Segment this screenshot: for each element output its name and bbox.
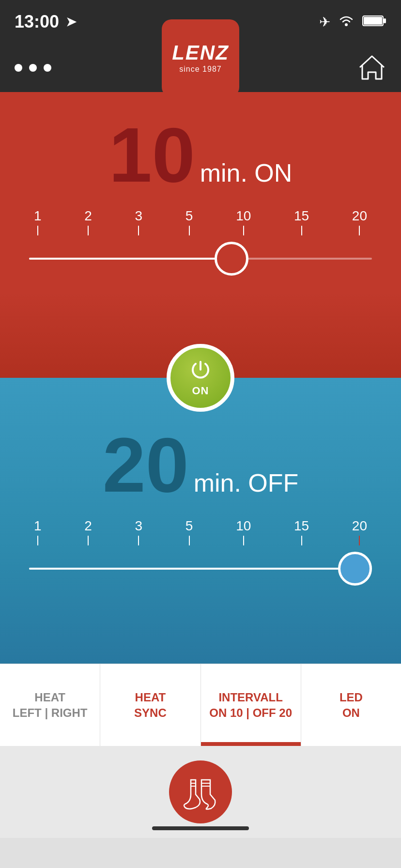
wifi-icon	[338, 14, 355, 31]
tab-intervall-label: INTERVALLON 10 | OFF 20	[209, 690, 292, 720]
socks-button[interactable]	[169, 760, 232, 823]
socks-icon	[181, 773, 220, 811]
mark-off-15: 15	[294, 518, 309, 545]
mark-off-20: 20	[352, 518, 367, 545]
svg-rect-3	[364, 17, 382, 25]
power-icon	[190, 359, 211, 384]
slider-on-thumb[interactable]	[215, 242, 248, 276]
timer-on-display: 10 min. ON	[109, 116, 293, 194]
location-icon: ➤	[66, 15, 77, 30]
slider-on-section: 1 2 3 5 10 15	[0, 208, 401, 278]
section-on: 10 min. ON 1 2 3 5 10	[0, 92, 401, 378]
mark-off-10: 10	[236, 518, 251, 545]
svg-point-0	[345, 23, 348, 26]
tab-heat-left-right-label: HEATLEFT | RIGHT	[13, 690, 88, 720]
tab-heat-left-right[interactable]: HEATLEFT | RIGHT	[0, 664, 100, 746]
mark-off-3: 3	[135, 518, 143, 545]
power-button[interactable]: ON	[167, 344, 234, 412]
power-button-container[interactable]: ON	[167, 344, 234, 412]
nav-dot-3[interactable]	[44, 64, 51, 72]
tab-intervall[interactable]: INTERVALLON 10 | OFF 20	[201, 664, 301, 746]
tab-active-indicator	[201, 742, 301, 746]
nav-dot-1[interactable]	[15, 64, 22, 72]
mark-off-1: 1	[34, 518, 42, 545]
slider-off-fill	[29, 568, 355, 570]
tab-heat-sync-label: HEATSYNC	[134, 690, 167, 720]
slider-on-marks: 1 2 3 5 10 15	[29, 208, 372, 235]
logo: LENZ since 1987	[162, 19, 239, 97]
status-time: 13:00 ➤	[15, 12, 77, 32]
slider-on-track	[29, 258, 372, 260]
battery-icon	[362, 14, 386, 30]
home-button[interactable]	[357, 54, 386, 82]
header: LENZ since 1987	[0, 44, 401, 92]
home-indicator	[152, 826, 249, 830]
status-icons: ✈	[319, 14, 386, 31]
slider-off-track	[29, 568, 372, 570]
mark-20: 20	[352, 208, 367, 235]
timer-off-display: 20 min. OFF	[103, 426, 299, 504]
mark-2: 2	[84, 208, 92, 235]
mark-3: 3	[135, 208, 143, 235]
mark-5: 5	[185, 208, 193, 235]
slider-on[interactable]	[29, 239, 372, 278]
mark-1: 1	[34, 208, 42, 235]
airplane-icon: ✈	[319, 14, 330, 30]
slider-off-marks: 1 2 3 5 10 15	[29, 518, 372, 545]
slider-on-fill	[29, 258, 231, 260]
nav-dot-2[interactable]	[29, 64, 37, 72]
svg-rect-2	[384, 18, 386, 23]
tab-led-on[interactable]: LEDON	[301, 664, 401, 746]
bottom-nav	[0, 746, 401, 838]
tab-heat-sync[interactable]: HEATSYNC	[100, 664, 200, 746]
section-off: 20 min. OFF 1 2 3 5 10	[0, 378, 401, 664]
slider-off-thumb[interactable]	[338, 552, 372, 586]
tabs-bar: HEATLEFT | RIGHT HEATSYNC INTERVALLON 10…	[0, 664, 401, 746]
slider-off-section: 1 2 3 5 10 15	[0, 518, 401, 588]
mark-off-5: 5	[185, 518, 193, 545]
slider-off[interactable]	[29, 549, 372, 588]
mark-10: 10	[236, 208, 251, 235]
tab-led-on-label: LEDON	[339, 690, 363, 720]
mark-off-2: 2	[84, 518, 92, 545]
mark-15: 15	[294, 208, 309, 235]
nav-dots[interactable]	[15, 64, 51, 72]
